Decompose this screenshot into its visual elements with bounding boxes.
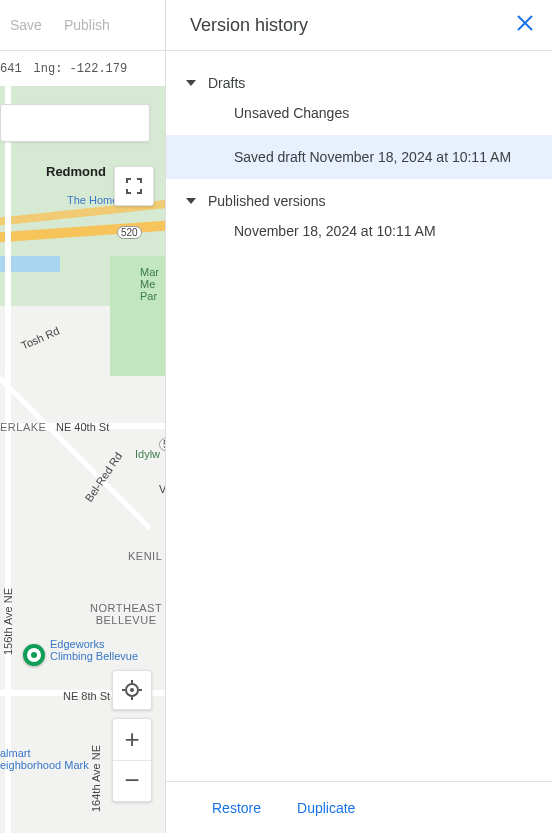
- lat-value: 641: [0, 62, 22, 76]
- map-label-ne8: NE 8th St: [63, 690, 110, 702]
- chevron-down-icon: [186, 198, 196, 204]
- fullscreen-button[interactable]: [114, 166, 154, 206]
- map-label-walmart: almart eighborhood Mark: [0, 747, 89, 771]
- route-shield-520b: 520: [159, 438, 165, 451]
- panel-title: Version history: [190, 15, 308, 36]
- svg-point-1: [130, 688, 134, 692]
- map-label-marymoor: Mar Me Par: [140, 266, 159, 302]
- map-label-v: V: [159, 483, 165, 495]
- map-label-kenilworth: KENIL: [128, 550, 162, 562]
- zoom-in-button[interactable]: +: [113, 719, 151, 761]
- toolbar: Save Publish: [0, 0, 165, 51]
- panel-header: Version history: [166, 0, 552, 51]
- restore-button[interactable]: Restore: [212, 800, 261, 816]
- duplicate-button[interactable]: Duplicate: [297, 800, 355, 816]
- route-shield-520: 520: [117, 226, 142, 239]
- map-label-tosh: Tosh Rd: [19, 324, 61, 351]
- map-search-input[interactable]: [0, 104, 150, 142]
- zoom-out-button[interactable]: −: [113, 761, 151, 802]
- fullscreen-icon: [125, 177, 143, 195]
- draft-version-item[interactable]: Saved draft November 18, 2024 at 10:11 A…: [166, 135, 552, 179]
- map-label-164ave: 164th Ave NE: [90, 745, 102, 812]
- map-label-idylwood: Idylw: [135, 448, 160, 460]
- map-label-nebellevue: NORTHEAST BELLEVUE: [90, 602, 162, 626]
- map-label-redmond: Redmond: [46, 164, 106, 179]
- section-title: Published versions: [208, 193, 326, 209]
- map-marker[interactable]: [23, 644, 45, 666]
- published-section-header[interactable]: Published versions: [166, 179, 552, 209]
- map-label-ne40: NE 40th St: [56, 421, 109, 433]
- close-icon: [516, 14, 534, 32]
- chevron-down-icon: [186, 80, 196, 86]
- map-label-edgeworks: Edgeworks Climbing Bellevue: [50, 638, 138, 662]
- locate-button[interactable]: [112, 670, 152, 710]
- version-history-panel: Version history Drafts Unsaved Changes S…: [166, 0, 552, 833]
- editor-left-pane: Save Publish 641 lng: -122.179 Redmond T…: [0, 0, 166, 833]
- close-button[interactable]: [516, 14, 534, 37]
- publish-button[interactable]: Publish: [64, 17, 110, 33]
- version-list: Drafts Unsaved Changes Saved draft Novem…: [166, 51, 552, 781]
- drafts-section-header[interactable]: Drafts: [166, 61, 552, 91]
- draft-version-item[interactable]: Unsaved Changes: [166, 91, 552, 135]
- lng-value: lng: -122.179: [34, 62, 128, 76]
- map[interactable]: Redmond The Home Dep Mar Me Par Idylw V …: [0, 86, 165, 833]
- save-button[interactable]: Save: [10, 17, 42, 33]
- section-title: Drafts: [208, 75, 245, 91]
- published-version-item[interactable]: November 18, 2024 at 10:11 AM: [166, 209, 552, 253]
- coordinate-readout: 641 lng: -122.179: [0, 51, 165, 86]
- map-label-overlake: ERLAKE: [0, 421, 46, 433]
- zoom-control: + −: [112, 718, 152, 802]
- map-label-156ave: 156th Ave NE: [2, 588, 14, 655]
- panel-footer: Restore Duplicate: [166, 781, 552, 833]
- crosshair-icon: [121, 679, 143, 701]
